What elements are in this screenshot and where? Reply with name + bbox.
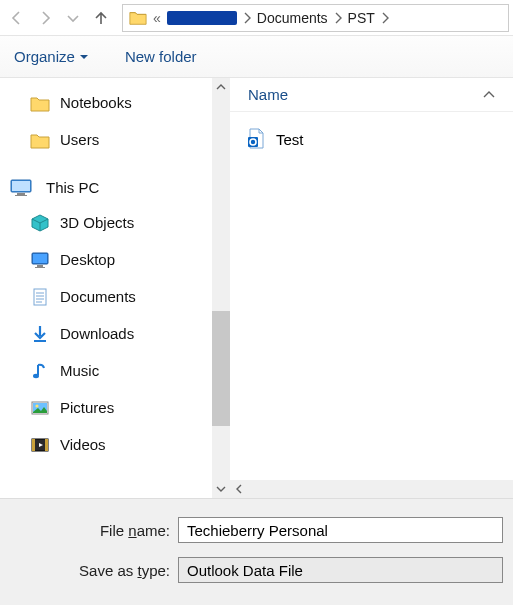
address-bar[interactable]: « Documents PST <box>122 4 509 32</box>
pictures-icon <box>30 398 50 418</box>
tree-item-notebooks[interactable]: Notebooks <box>8 84 212 121</box>
dropdown-caret-icon <box>79 52 89 62</box>
documents-icon <box>30 287 50 307</box>
up-button[interactable] <box>88 4 114 32</box>
tree-item-videos[interactable]: Videos <box>8 426 212 463</box>
content-hscrollbar[interactable] <box>230 480 513 498</box>
arrow-right-icon <box>37 10 53 26</box>
chevron-right-icon <box>334 12 342 24</box>
address-ellipsis: « <box>153 10 161 26</box>
scroll-up-icon[interactable] <box>212 78 230 96</box>
redacted-segment <box>167 11 237 25</box>
scroll-left-icon[interactable] <box>230 480 248 498</box>
tree-item-label: This PC <box>46 179 99 196</box>
this-pc-icon <box>10 176 36 198</box>
filename-label: File name: <box>10 522 170 539</box>
tree-item-label: Downloads <box>60 325 134 342</box>
column-headers: Name <box>230 78 513 112</box>
forward-button[interactable] <box>32 4 58 32</box>
tree-item-label: Users <box>60 131 99 148</box>
organize-button[interactable]: Organize <box>14 48 89 65</box>
file-list-pane: Name Test <box>230 78 513 498</box>
tree-item-label: Music <box>60 362 99 379</box>
sort-indicator-icon[interactable] <box>483 90 495 100</box>
folder-icon <box>30 130 50 150</box>
tree-item-documents[interactable]: Documents <box>8 278 212 315</box>
navigation-tree: Notebooks Users This PC 3D Objects <box>0 78 212 498</box>
filename-input[interactable] <box>178 517 503 543</box>
column-header-name[interactable]: Name <box>248 86 288 103</box>
new-folder-button[interactable]: New folder <box>125 48 197 65</box>
folder-icon <box>129 9 147 27</box>
scroll-thumb[interactable] <box>212 311 230 426</box>
file-item-label: Test <box>276 131 304 148</box>
new-folder-label: New folder <box>125 48 197 65</box>
tree-scrollbar[interactable] <box>212 78 230 498</box>
svg-rect-8 <box>34 289 46 305</box>
tree-item-downloads[interactable]: Downloads <box>8 315 212 352</box>
downloads-icon <box>30 324 50 344</box>
chevron-down-icon <box>65 10 81 26</box>
navigation-bar: « Documents PST <box>0 0 513 36</box>
tree-item-music[interactable]: Music <box>8 352 212 389</box>
file-item-test[interactable]: Test <box>246 124 497 154</box>
tree-item-desktop[interactable]: Desktop <box>8 241 212 278</box>
svg-rect-3 <box>15 195 27 196</box>
chevron-right-icon <box>243 12 251 24</box>
main-area: Notebooks Users This PC 3D Objects <box>0 78 513 498</box>
breadcrumb-pst[interactable]: PST <box>348 10 375 26</box>
svg-point-14 <box>33 373 39 377</box>
svg-point-17 <box>35 404 38 407</box>
svg-rect-7 <box>35 267 45 268</box>
svg-rect-2 <box>17 193 25 195</box>
desktop-icon <box>30 250 50 270</box>
save-form: File name: Save as type: Outlook Data Fi… <box>0 498 513 605</box>
arrow-up-icon <box>93 10 109 26</box>
arrow-left-icon <box>9 10 25 26</box>
svg-rect-20 <box>45 439 48 451</box>
outlook-data-file-icon <box>246 128 266 150</box>
organize-label: Organize <box>14 48 75 65</box>
toolbar: Organize New folder <box>0 36 513 78</box>
savetype-select[interactable]: Outlook Data File <box>178 557 503 583</box>
tree-item-label: Notebooks <box>60 94 132 111</box>
tree-item-pictures[interactable]: Pictures <box>8 389 212 426</box>
breadcrumb-documents[interactable]: Documents <box>257 10 328 26</box>
hscroll-track[interactable] <box>248 480 513 498</box>
svg-rect-19 <box>32 439 35 451</box>
file-list: Test <box>230 112 513 480</box>
savetype-label: Save as type: <box>10 562 170 579</box>
tree-item-label: Videos <box>60 436 106 453</box>
3d-objects-icon <box>30 213 50 233</box>
chevron-right-icon <box>381 12 389 24</box>
savetype-value: Outlook Data File <box>187 562 303 579</box>
svg-rect-6 <box>37 265 43 267</box>
tree-item-this-pc[interactable]: This PC <box>8 170 212 204</box>
svg-rect-5 <box>33 254 47 263</box>
folder-icon <box>30 93 50 113</box>
scroll-down-icon[interactable] <box>212 480 230 498</box>
svg-rect-1 <box>12 181 30 191</box>
tree-item-3d-objects[interactable]: 3D Objects <box>8 204 212 241</box>
recent-locations-button[interactable] <box>60 4 86 32</box>
tree-item-label: 3D Objects <box>60 214 134 231</box>
tree-item-label: Desktop <box>60 251 115 268</box>
back-button[interactable] <box>4 4 30 32</box>
videos-icon <box>30 435 50 455</box>
tree-item-label: Documents <box>60 288 136 305</box>
tree-item-users[interactable]: Users <box>8 121 212 158</box>
tree-item-label: Pictures <box>60 399 114 416</box>
music-icon <box>30 361 50 381</box>
